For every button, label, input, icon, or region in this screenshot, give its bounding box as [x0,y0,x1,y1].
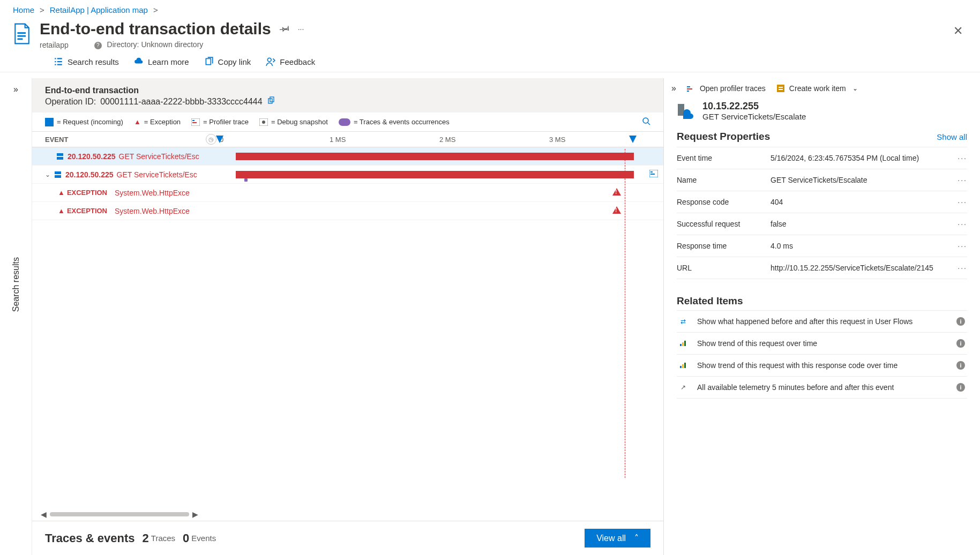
svg-rect-16 [55,175,61,178]
horizontal-scrollbar[interactable]: ◀ ▶ [32,508,663,521]
more-icon[interactable]: ··· [298,25,304,33]
property-more-icon[interactable]: ··· [953,220,967,228]
property-more-icon[interactable]: ··· [953,242,967,250]
property-more-icon[interactable]: ··· [953,198,967,206]
chart-icon [679,339,687,348]
events-count: 0 [183,531,189,545]
chart-icon [679,361,687,370]
learn-more-button[interactable]: Learn more [134,57,189,66]
svg-point-4 [268,58,272,62]
scroll-right-icon[interactable]: ▶ [192,510,198,519]
range-handle-right[interactable] [629,136,637,143]
collapse-details-button[interactable]: » [671,84,676,93]
details-toolbar: » Open profiler traces Create work item … [664,78,980,101]
scroll-left-icon[interactable]: ◀ [41,510,47,519]
server-icon [56,152,64,161]
axis-tick: 0 [220,136,330,144]
view-all-button[interactable]: View all ˄ [585,529,650,548]
feedback-button[interactable]: Feedback [266,57,315,66]
info-icon[interactable]: i [956,317,965,326]
exception-marker [612,206,621,214]
row-op: GET ServiceTickets/Esc [117,170,197,179]
timeline-panel: End-to-end transaction Operation ID: 000… [32,78,664,555]
row-op: GET ServiceTickets/Esc [119,152,199,161]
related-list: ⇄ Show what happened before and after th… [677,310,967,399]
axis-tick: 2 MS [439,136,549,144]
svg-rect-23 [777,85,784,92]
info-icon[interactable]: i [956,383,965,392]
pin-icon[interactable] [280,24,289,35]
chevron-up-icon: ˄ [634,533,639,543]
timeline-row[interactable]: ⌄ 20.120.50.225 GET ServiceTickets/Esc [32,166,663,184]
timeline-header: End-to-end transaction Operation ID: 000… [32,78,663,112]
workitem-icon [776,84,785,93]
copy-operation-id-icon[interactable] [267,96,275,107]
svg-rect-14 [57,157,63,160]
axis-tick: 1 MS [330,136,439,144]
property-row: Event time 5/16/2024, 6:23:45.7675354 PM… [677,147,967,169]
related-item[interactable]: ⇄ Show what happened before and after th… [677,311,967,333]
open-profiler-button[interactable]: Open profiler traces [687,84,766,93]
axis-tick: 3 MS [549,136,659,144]
legend-traces: = Traces & events occurrences [339,118,450,126]
timeline-row[interactable]: 20.120.50.225 GET ServiceTickets/Esc [32,147,663,166]
events-label: Events [191,534,216,543]
info-icon[interactable]: i [956,339,965,348]
range-handle-left[interactable] [216,136,223,143]
svg-rect-1 [18,35,26,37]
property-row: Name GET ServiceTickets/Escalate ··· [677,169,967,191]
property-row: URL http://10.15.22.255/ServiceTickets/E… [677,257,967,279]
svg-rect-33 [682,364,684,368]
svg-point-12 [643,118,648,123]
timeline-row[interactable]: ▲ EXCEPTION System.Web.HttpExce [32,202,663,220]
rail-label: Search results [11,257,21,312]
profiler-trace-icon[interactable] [649,170,658,179]
legend-profiler: = Profiler trace [191,118,249,126]
copy-link-button[interactable]: Copy link [204,57,251,66]
timeline-grid: EVENT ◷ 0 1 MS 2 MS 3 MS 20.120.50.225 [32,132,663,521]
svg-rect-25 [779,89,783,90]
toolbar: Search results Learn more Copy link Feed… [0,54,980,72]
related-item[interactable]: Show trend of this request with this res… [677,355,967,377]
timeline-row[interactable]: ▲ EXCEPTION System.Web.HttpExce [32,184,663,202]
related-item[interactable]: ↗ All available telemetry 5 minutes befo… [677,377,967,399]
property-more-icon[interactable]: ··· [953,264,967,272]
svg-rect-15 [55,171,61,174]
property-more-icon[interactable]: ··· [953,154,967,162]
svg-point-11 [262,121,265,124]
arrow-icon: ↗ [679,383,687,392]
info-icon[interactable]: i [956,361,965,370]
details-panel: » Open profiler traces Create work item … [664,78,980,555]
exception-badge: ▲ EXCEPTION [58,189,107,197]
property-more-icon[interactable]: ··· [953,176,967,184]
close-button[interactable]: ✕ [949,20,967,42]
event-column-header: EVENT [45,136,206,144]
breadcrumb-app[interactable]: RetailApp | Application map [50,5,148,14]
breadcrumb: Home > RetailApp | Application map > [0,0,980,18]
legend: = Request (incoming) ▲= Exception = Prof… [32,112,663,132]
svg-rect-13 [57,153,63,156]
chevron-down-icon: ⌄ [852,85,858,92]
show-all-link[interactable]: Show all [937,132,967,141]
directory-label: ? Directory: Unknown directory [94,40,204,49]
expand-row-icon[interactable]: ⌄ [45,171,50,178]
create-work-item-button[interactable]: Create work item ⌄ [776,84,858,93]
section-title: Request Properties [677,131,770,142]
clock-icon[interactable]: ◷ [206,134,216,145]
svg-rect-2 [18,39,23,40]
svg-rect-28 [680,344,682,346]
operation-id: 00001111-aaaa-2222-bbbb-3333cccc4444 [100,97,262,107]
property-row: Successful request false ··· [677,213,967,235]
svg-rect-18 [650,171,653,172]
expand-rail-button[interactable]: » [11,82,20,96]
row-op: System.Web.HttpExce [115,189,190,197]
scroll-thumb[interactable] [50,512,189,516]
playhead-line [625,149,625,478]
timeline-axis: EVENT ◷ 0 1 MS 2 MS 3 MS [32,132,663,147]
legend-search-icon[interactable] [642,117,650,127]
main: » Search results End-to-end transaction … [0,78,980,555]
related-item[interactable]: Show trend of this request over time i [677,333,967,355]
breadcrumb-home[interactable]: Home [13,5,34,14]
search-results-button[interactable]: Search results [54,57,119,66]
trace-marker [244,178,248,182]
